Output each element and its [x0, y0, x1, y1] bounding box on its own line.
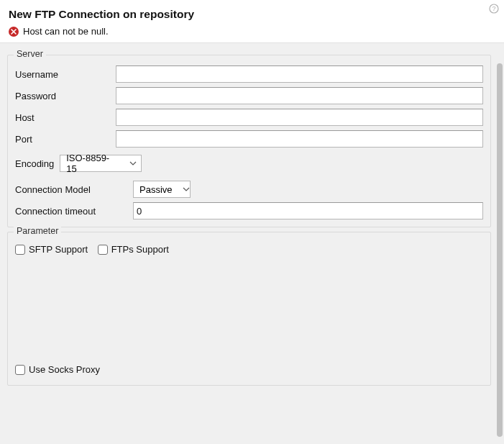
ftps-support-checkbox[interactable]: FTPs Support	[98, 244, 169, 255]
chevron-down-icon	[129, 161, 137, 166]
connection-model-select[interactable]: Passive	[133, 181, 191, 198]
port-field[interactable]	[116, 130, 483, 148]
username-field[interactable]	[116, 65, 483, 83]
help-icon[interactable]: ?	[488, 3, 500, 14]
dialog-title: New FTP Connection on repository	[9, 7, 495, 22]
group-parameter-legend: Parameter	[14, 226, 61, 236]
encoding-select-value: ISO-8859-15	[66, 153, 119, 174]
row-host: Host	[15, 109, 483, 126]
svg-text:?: ?	[492, 5, 495, 12]
connection-timeout-field[interactable]	[133, 202, 483, 219]
chevron-down-icon	[183, 187, 190, 191]
row-username: Username	[15, 65, 483, 83]
group-server-legend: Server	[14, 49, 46, 59]
use-socks-proxy-label: Use Socks Proxy	[29, 364, 100, 375]
label-encoding: Encoding	[15, 158, 54, 169]
group-parameter: Parameter SFTP Support FTPs Support Use …	[7, 232, 491, 386]
sftp-support-label: SFTP Support	[29, 244, 88, 255]
label-connection-model: Connection Model	[15, 184, 129, 195]
form-area: Server Username Password Host Port	[0, 43, 504, 444]
checkbox-box-icon	[98, 245, 108, 255]
sftp-support-checkbox[interactable]: SFTP Support	[15, 244, 88, 255]
validation-error: Host can not be null.	[9, 26, 495, 37]
label-port: Port	[15, 134, 116, 145]
label-password: Password	[15, 91, 116, 101]
validation-error-text: Host can not be null.	[23, 26, 109, 37]
host-field[interactable]	[116, 109, 483, 126]
scrollbar[interactable]	[497, 63, 503, 437]
ftps-support-label: FTPs Support	[111, 244, 169, 255]
label-host: Host	[15, 112, 116, 123]
label-username: Username	[15, 69, 116, 80]
label-connection-timeout: Connection timeout	[15, 206, 129, 217]
group-server: Server Username Password Host Port	[7, 55, 491, 227]
error-icon	[9, 27, 19, 37]
row-password: Password	[15, 87, 483, 104]
connection-model-select-value: Passive	[139, 184, 173, 195]
row-connection-model: Connection Model Passive	[15, 181, 483, 198]
checkbox-box-icon	[15, 245, 25, 255]
password-field[interactable]	[116, 87, 483, 104]
row-connection-timeout: Connection timeout	[15, 202, 483, 219]
row-encoding: Encoding ISO-8859-15	[15, 155, 483, 172]
row-port: Port	[15, 130, 483, 148]
checkbox-box-icon	[15, 365, 25, 375]
dialog-header: ? New FTP Connection on repository Host …	[0, 0, 504, 43]
use-socks-proxy-checkbox[interactable]: Use Socks Proxy	[15, 364, 100, 375]
encoding-select[interactable]: ISO-8859-15	[60, 155, 142, 172]
form-scroll: Server Username Password Host Port	[0, 43, 504, 444]
